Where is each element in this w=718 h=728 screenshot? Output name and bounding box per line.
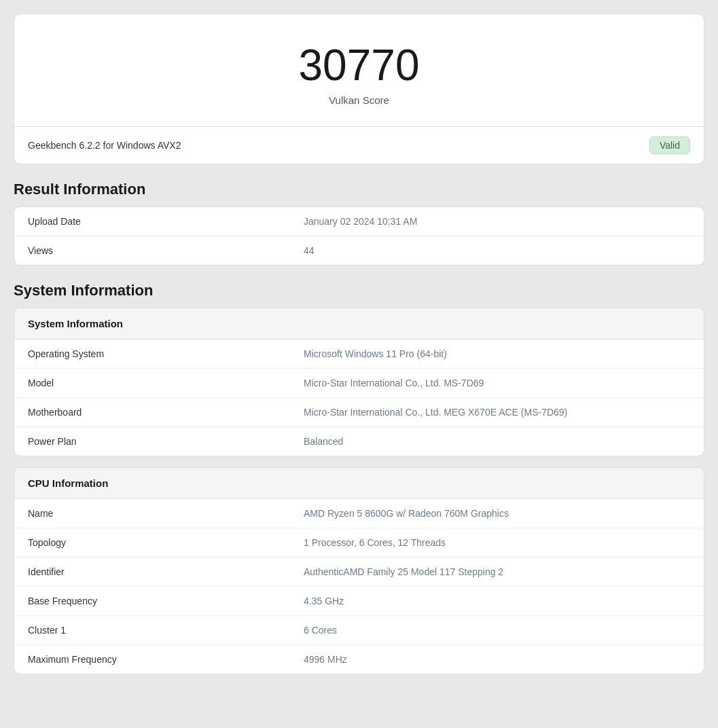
result-info-title: Result Information <box>14 181 704 198</box>
table-header: CPU Information <box>14 468 704 499</box>
row-value: AMD Ryzen 5 8600G w/ Radeon 760M Graphic… <box>290 499 704 528</box>
row-label: Motherboard <box>14 398 290 427</box>
row-label: Name <box>14 499 290 528</box>
system-info-title: System Information <box>14 282 704 299</box>
score-main: 30770 Vulkan Score <box>14 14 704 127</box>
score-card: 30770 Vulkan Score Geekbench 6.2.2 for W… <box>14 14 704 164</box>
result-info-table: Upload Date January 02 2024 10:31 AM Vie… <box>14 207 704 265</box>
row-value: Microsoft Windows 11 Pro (64-bit) <box>290 340 704 369</box>
table-row: Model Micro-Star International Co., Ltd.… <box>14 369 704 398</box>
table-row: Power Plan Balanced <box>14 427 704 456</box>
score-label: Vulkan Score <box>28 94 690 106</box>
table-row: Views 44 <box>14 236 704 266</box>
valid-badge: Valid <box>649 136 690 154</box>
table-row: Motherboard Micro-Star International Co.… <box>14 398 704 427</box>
row-label: Base Frequency <box>14 587 290 616</box>
row-label: Operating System <box>14 340 290 369</box>
row-label: Cluster 1 <box>14 616 290 645</box>
table-row: Base Frequency 4.35 GHz <box>14 587 704 616</box>
system-info-card: System Information Operating System Micr… <box>14 308 704 456</box>
table-row: Upload Date January 02 2024 10:31 AM <box>14 207 704 236</box>
row-value: Micro-Star International Co., Ltd. MS-7D… <box>290 369 704 398</box>
table-row: Identifier AuthenticAMD Family 25 Model … <box>14 558 704 587</box>
row-label: Model <box>14 369 290 398</box>
score-number: 30770 <box>28 41 690 89</box>
row-value: 44 <box>290 236 704 266</box>
row-value: January 02 2024 10:31 AM <box>290 207 704 236</box>
table-row: Cluster 1 6 Cores <box>14 616 704 645</box>
row-value: Balanced <box>290 427 704 456</box>
table-header: System Information <box>14 308 704 340</box>
table-row: Name AMD Ryzen 5 8600G w/ Radeon 760M Gr… <box>14 499 704 528</box>
score-footer: Geekbench 6.2.2 for Windows AVX2 Valid <box>14 127 704 164</box>
row-value: Micro-Star International Co., Ltd. MEG X… <box>290 398 704 427</box>
table-row: Operating System Microsoft Windows 11 Pr… <box>14 340 704 369</box>
row-label: Views <box>14 236 290 266</box>
system-data-table: Name AMD Ryzen 5 8600G w/ Radeon 760M Gr… <box>14 499 704 674</box>
row-label: Upload Date <box>14 207 290 236</box>
result-info-card: Upload Date January 02 2024 10:31 AM Vie… <box>14 206 704 266</box>
system-data-table: Operating System Microsoft Windows 11 Pr… <box>14 340 704 456</box>
table-row: Topology 1 Processor, 6 Cores, 12 Thread… <box>14 528 704 558</box>
row-value: AuthenticAMD Family 25 Model 117 Steppin… <box>290 558 704 587</box>
system-info-card: CPU Information Name AMD Ryzen 5 8600G w… <box>14 467 704 674</box>
geekbench-version: Geekbench 6.2.2 for Windows AVX2 <box>28 140 181 151</box>
row-value: 4.35 GHz <box>290 587 704 616</box>
row-label: Identifier <box>14 558 290 587</box>
row-value: 6 Cores <box>290 616 704 645</box>
row-label: Maximum Frequency <box>14 645 290 674</box>
row-label: Power Plan <box>14 427 290 456</box>
table-row: Maximum Frequency 4996 MHz <box>14 645 704 674</box>
row-value: 1 Processor, 6 Cores, 12 Threads <box>290 528 704 558</box>
row-value: 4996 MHz <box>290 645 704 674</box>
row-label: Topology <box>14 528 290 558</box>
